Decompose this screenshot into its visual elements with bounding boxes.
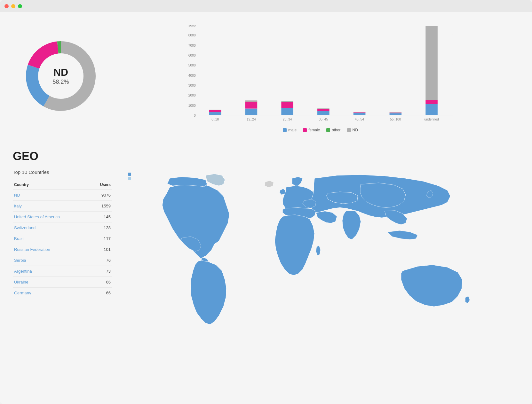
users-cell: 128: [91, 222, 112, 233]
bar-45-54-male: [353, 113, 366, 115]
country-link[interactable]: Italy: [14, 204, 22, 208]
country-link[interactable]: United States of America: [14, 214, 60, 219]
legend-label-other: other: [332, 128, 340, 132]
chart-legend: male female other ND: [122, 128, 519, 132]
svg-text:25..34: 25..34: [283, 118, 292, 121]
country-link[interactable]: Argentina: [14, 269, 32, 274]
svg-text:3000: 3000: [188, 84, 196, 87]
country-link[interactable]: Ukraine: [14, 280, 28, 284]
col-users: Users: [91, 180, 112, 190]
table-row: Switzerland128: [13, 222, 112, 233]
svg-text:6000: 6000: [188, 54, 196, 57]
country-cell: United States of America: [13, 212, 91, 222]
donut-percentage: 58.2%: [52, 79, 69, 85]
table-row: Brazil117: [13, 233, 112, 244]
country-link[interactable]: Serbia: [14, 258, 26, 263]
bar-chart-svg: 0 1000 2000 3000 4000 5000 6000 7000 800…: [122, 25, 519, 124]
legend-nd: ND: [347, 128, 358, 132]
table-row: Russian Federation101: [13, 244, 112, 255]
country-link[interactable]: Russian Federation: [14, 247, 50, 252]
bar-0-18-male: [209, 112, 221, 115]
bar-chart-container: 0 1000 2000 3000 4000 5000 6000 7000 800…: [122, 22, 519, 137]
legend-dot-male: [283, 128, 287, 132]
country-cell: Ukraine: [13, 277, 91, 288]
bar-undefined-nd: [425, 26, 438, 100]
users-cell: 1559: [91, 201, 112, 212]
legend-female: female: [303, 128, 320, 132]
geo-content: Top 10 Countries Country Users ND9076Ita…: [13, 169, 519, 355]
legend-label-female: female: [308, 128, 320, 132]
table-row: Serbia76: [13, 255, 112, 266]
svg-text:0: 0: [194, 114, 196, 117]
donut-label: ND: [52, 67, 69, 77]
bar-35-45-male: [317, 111, 330, 115]
svg-text:2000: 2000: [188, 94, 196, 97]
bar-19-24-female: [245, 102, 258, 109]
bar-55-100-female: [390, 113, 402, 113]
svg-text:8000: 8000: [188, 34, 196, 37]
table-header-row: Country Users: [13, 180, 112, 190]
bar-0-18-nd: [209, 110, 221, 110]
svg-text:4000: 4000: [188, 74, 196, 77]
legend-dot-other: [326, 128, 330, 132]
users-cell: 145: [91, 212, 112, 222]
country-link[interactable]: Germany: [14, 291, 31, 295]
bar-55-100-nd: [390, 112, 402, 113]
donut-center: ND 58.2%: [52, 67, 69, 85]
bar-25-34-male: [281, 108, 293, 115]
country-cell: Germany: [13, 288, 91, 299]
svg-text:55..100: 55..100: [390, 118, 401, 121]
geo-title: GEO: [13, 150, 519, 163]
country-link[interactable]: ND: [14, 193, 20, 198]
bar-0-18-female: [209, 110, 221, 112]
svg-text:5000: 5000: [188, 64, 196, 67]
country-cell: Russian Federation: [13, 244, 91, 255]
users-cell: 76: [91, 255, 112, 266]
table-row: Italy1559: [13, 201, 112, 212]
svg-text:1000: 1000: [188, 104, 196, 107]
table-row: Germany66: [13, 288, 112, 299]
country-cell: ND: [13, 190, 91, 201]
bar-undefined-male: [425, 104, 438, 115]
bar-45-54-female: [353, 113, 366, 113]
svg-text:7000: 7000: [188, 44, 196, 47]
world-map-svg: [125, 169, 519, 348]
users-cell: 9076: [91, 190, 112, 201]
svg-text:undefined: undefined: [424, 118, 439, 121]
donut-chart-container: ND 58.2%: [13, 22, 109, 130]
country-link[interactable]: Switzerland: [14, 225, 36, 230]
bar-undefined-female: [425, 100, 438, 104]
svg-text:0..18: 0..18: [211, 118, 219, 121]
table-row: United States of America145: [13, 212, 112, 222]
country-link[interactable]: Brazil: [14, 236, 25, 241]
bar-35-45-female: [317, 109, 330, 111]
users-cell: 101: [91, 244, 112, 255]
legend-other: other: [326, 128, 340, 132]
legend-label-nd: ND: [353, 128, 358, 132]
country-cell: Argentina: [13, 266, 91, 277]
country-cell: Italy: [13, 201, 91, 212]
map-legend-active: [128, 173, 131, 176]
minimize-button[interactable]: [11, 4, 15, 8]
table-row: Ukraine66: [13, 277, 112, 288]
bar-35-45-nd: [317, 108, 330, 109]
users-cell: 66: [91, 288, 112, 299]
content-area: ND 58.2% 0 1000 2000 3000 4000 5000 6000…: [0, 12, 532, 364]
close-button[interactable]: [4, 4, 9, 8]
bar-25-34-female: [281, 102, 293, 108]
main-window: ND 58.2% 0 1000 2000 3000 4000 5000 6000…: [0, 0, 532, 404]
title-bar: [0, 0, 532, 12]
users-cell: 117: [91, 233, 112, 244]
country-cell: Brazil: [13, 233, 91, 244]
users-cell: 73: [91, 266, 112, 277]
top-section: ND 58.2% 0 1000 2000 3000 4000 5000 6000…: [13, 22, 519, 137]
table-row: ND9076: [13, 190, 112, 201]
svg-text:35..45: 35..45: [319, 118, 328, 121]
legend-dot-female: [303, 128, 307, 132]
legend-dot-nd: [347, 128, 351, 132]
geo-table-container: Top 10 Countries Country Users ND9076Ita…: [13, 169, 112, 298]
users-cell: 66: [91, 277, 112, 288]
bar-25-34-nd: [281, 101, 293, 102]
geo-table: Country Users ND9076Italy1559United Stat…: [13, 180, 112, 298]
maximize-button[interactable]: [18, 4, 22, 8]
